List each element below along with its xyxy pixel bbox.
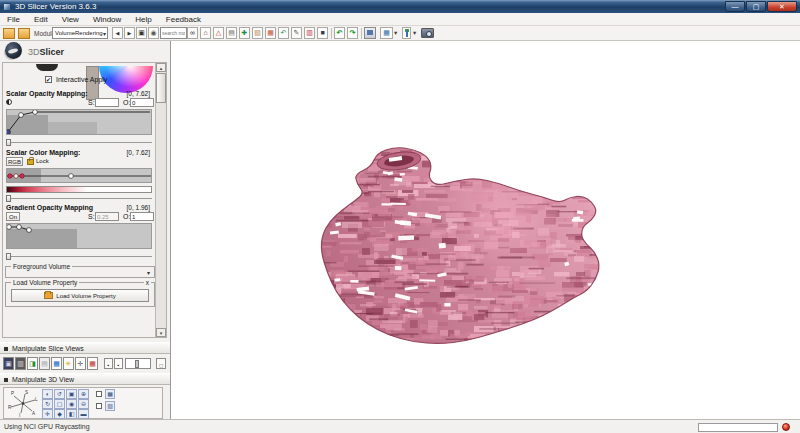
slice-annotation-icon[interactable]: ✳ xyxy=(63,357,74,370)
lock-icon[interactable] xyxy=(27,159,34,165)
view3d-spin-icon[interactable]: ↺ xyxy=(54,389,65,399)
colors-module-icon[interactable]: ✚ xyxy=(239,27,250,39)
data-module-icon[interactable]: ▧ xyxy=(252,27,263,39)
slice-crosshair-icon[interactable]: ✛ xyxy=(75,357,86,370)
view3d-zoom-out-icon[interactable]: ⊖ xyxy=(78,399,89,409)
redo-icon[interactable]: ↷ xyxy=(347,27,358,39)
view3d-option2-icon[interactable]: ▥ xyxy=(105,401,115,411)
module-selector[interactable]: VolumeRendering ▾ xyxy=(52,27,108,39)
module-next-button[interactable]: ▶ xyxy=(124,27,135,39)
so-o-input[interactable] xyxy=(130,98,154,107)
menu-edit[interactable]: Edit xyxy=(27,15,55,24)
search-modules-input[interactable] xyxy=(160,27,187,39)
menu-file[interactable]: File xyxy=(0,15,27,24)
view3d-option1-checkbox[interactable] xyxy=(96,391,102,397)
view3d-rotate-icon[interactable]: ↻ xyxy=(42,399,53,409)
pin-dropdown-icon[interactable]: ▾ xyxy=(413,29,416,37)
minimize-button[interactable]: — xyxy=(725,1,745,12)
save-scene-icon[interactable] xyxy=(18,28,30,39)
load-volume-property-button[interactable]: Load Volume Property xyxy=(11,289,149,302)
crosshair-pin-icon[interactable] xyxy=(402,27,411,39)
scalar-opacity-graph[interactable] xyxy=(6,109,152,135)
slice-label-icon[interactable]: ▤ xyxy=(39,357,50,370)
view3d-record-icon[interactable]: ◉ xyxy=(66,399,77,409)
threed-viewport[interactable] xyxy=(170,41,800,419)
gradient-on-button[interactable]: On xyxy=(6,212,20,221)
gradient-opacity-graph[interactable] xyxy=(6,223,152,249)
go-slider-handle[interactable] xyxy=(6,253,11,260)
slice-visibility-icon[interactable]: ◨ xyxy=(27,357,38,370)
view3d-option1-icon[interactable]: ▦ xyxy=(105,389,115,399)
view3d-box-icon[interactable]: ▢ xyxy=(54,399,65,409)
view3d-pitch-icon[interactable]: ◐ xyxy=(42,389,53,399)
measurements-module-icon[interactable]: ✎ xyxy=(291,27,302,39)
module-prev-button[interactable]: ◀ xyxy=(112,27,123,39)
layout-dropdown-icon[interactable]: ▾ xyxy=(394,29,397,37)
home-module-icon[interactable]: ⌂ xyxy=(200,27,211,39)
slice-opacity-slider-handle[interactable] xyxy=(135,360,139,368)
transforms-module-icon[interactable]: ↶ xyxy=(278,27,289,39)
slice-more-icon[interactable]: ◻ xyxy=(156,358,166,369)
slice-link-icon[interactable]: ▥ xyxy=(15,357,26,370)
orientation-axes-widget[interactable]: S I L R A P xyxy=(8,390,38,417)
slice-opacity-up-icon[interactable]: ▪ xyxy=(114,358,123,369)
scrollbar-thumb[interactable] xyxy=(156,73,166,103)
view3d-look-icon[interactable]: ◧ xyxy=(66,409,77,419)
section-manipulate-slice-views[interactable]: Manipulate Slice Views xyxy=(0,342,170,354)
point-style-icon[interactable] xyxy=(6,99,12,105)
go-o-input[interactable] xyxy=(130,212,154,221)
load-scene-icon[interactable] xyxy=(3,28,15,39)
panel-scrollbar[interactable]: ▴ ▾ xyxy=(155,63,166,337)
view3d-capture-icon[interactable]: ▣ xyxy=(66,389,77,399)
screenshot-camera-icon[interactable] xyxy=(421,28,434,38)
go-slider-groove xyxy=(6,256,152,257)
models-module-icon[interactable]: ▥ xyxy=(304,27,315,39)
editor-module-icon[interactable]: ▦ xyxy=(265,27,276,39)
slice-grid-icon[interactable]: ▦ xyxy=(87,357,98,370)
interactive-apply-checkbox[interactable]: ✔ xyxy=(45,76,52,83)
folder-icon xyxy=(44,292,53,299)
foreground-volume-group[interactable]: Foreground Volume ▾ xyxy=(5,266,155,278)
module-history-icon[interactable]: ◉ xyxy=(148,27,159,39)
sc-slider-handle[interactable] xyxy=(6,195,11,202)
view3d-center-icon[interactable]: ✛ xyxy=(42,409,53,419)
gradient-opacity-curve xyxy=(7,224,151,248)
module-maximize-icon[interactable]: ▣ xyxy=(136,27,147,39)
view3d-stereo-icon[interactable]: ▬ xyxy=(78,409,89,419)
view3d-zoom-in-icon[interactable]: ⊕ xyxy=(78,389,89,399)
maximize-button[interactable]: ▢ xyxy=(746,1,766,12)
slice-fit-icon[interactable]: ▣ xyxy=(3,357,14,370)
scalar-color-graph[interactable] xyxy=(6,168,152,183)
go-s-input[interactable] xyxy=(95,212,119,221)
threed-view-canvas[interactable] xyxy=(171,41,800,419)
viewers-module-icon[interactable]: ■ xyxy=(317,27,328,39)
close-button[interactable]: ✕ xyxy=(767,1,797,12)
status-bar: Using NCI GPU Raycasting xyxy=(0,419,800,433)
menu-feedback[interactable]: Feedback xyxy=(159,15,208,24)
menu-window[interactable]: Window xyxy=(86,15,128,24)
error-indicator-icon[interactable] xyxy=(782,423,790,431)
scroll-up-icon[interactable]: ▴ xyxy=(156,63,166,72)
rgb-button[interactable]: RGB xyxy=(6,157,23,166)
layout-selector-icon[interactable]: ▦ xyxy=(380,27,393,39)
undo-icon[interactable]: ↶ xyxy=(334,27,345,39)
slice-opacity-slider[interactable] xyxy=(125,358,151,369)
fiducials-module-icon[interactable]: △ xyxy=(213,27,224,39)
foreground-volume-dropdown-icon[interactable]: ▾ xyxy=(147,269,150,276)
scroll-down-icon[interactable]: ▾ xyxy=(156,328,166,337)
save-disk-icon[interactable] xyxy=(364,27,376,39)
section-manipulate-3d-view[interactable]: Manipulate 3D View xyxy=(0,373,170,385)
lock-label: Lock xyxy=(36,158,49,164)
so-slider-handle[interactable] xyxy=(6,139,11,146)
view3d-select-icon[interactable]: ◆ xyxy=(54,409,65,419)
volume-rendering-parameters: ✔ Interactive Apply Scalar Opacity Mappi… xyxy=(2,62,167,338)
close-group-icon[interactable]: x xyxy=(144,279,151,286)
menu-help[interactable]: Help xyxy=(128,15,158,24)
menu-view[interactable]: View xyxy=(55,15,86,24)
find-module-icon[interactable]: ∞ xyxy=(187,27,198,39)
volumes-module-icon[interactable]: ▤ xyxy=(226,27,237,39)
slice-opacity-down-icon[interactable]: ▪ xyxy=(104,358,113,369)
slice-layout-icon[interactable]: ▦ xyxy=(51,357,62,370)
view3d-option2-checkbox[interactable] xyxy=(96,403,102,409)
so-s-input[interactable] xyxy=(95,98,119,107)
